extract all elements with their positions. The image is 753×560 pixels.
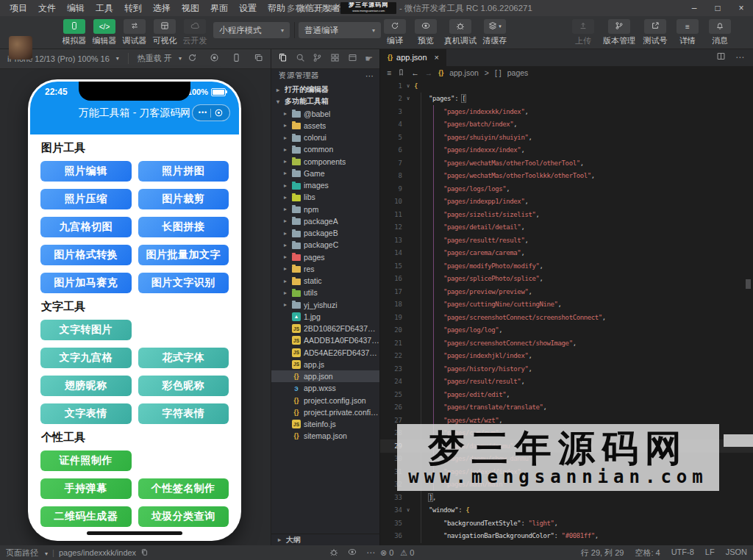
menu-item[interactable]: 界面: [208, 2, 230, 15]
tree-item[interactable]: ▸utils: [271, 287, 379, 298]
tree-item[interactable]: ▸npm: [271, 204, 379, 215]
menu-item[interactable]: 项目: [7, 2, 29, 15]
refresh-icon[interactable]: [188, 53, 197, 65]
breadcrumb-file[interactable]: app.json: [449, 68, 479, 77]
more-icon[interactable]: ⋯: [366, 548, 375, 558]
tool-button[interactable]: 花式字体: [138, 348, 229, 368]
tree-item[interactable]: ▸packageA: [271, 215, 379, 227]
close-icon[interactable]: ×: [435, 53, 439, 62]
tree-item[interactable]: JS2BD10862FD6437CF4D...: [271, 323, 379, 334]
preview-icon[interactable]: [348, 548, 357, 559]
tree-item[interactable]: ▸colorui: [271, 132, 379, 143]
tool-button[interactable]: 字符表情: [138, 403, 229, 424]
tree-item[interactable]: ▸res: [271, 263, 379, 275]
tool-button[interactable]: 图片加马赛克: [40, 273, 132, 293]
tool-button[interactable]: 二维码生成器: [40, 506, 132, 527]
git-branch-icon[interactable]: [313, 53, 322, 65]
tree-item[interactable]: {}app.json: [271, 370, 379, 382]
search-icon[interactable]: [296, 53, 305, 65]
files-icon[interactable]: [278, 53, 288, 65]
menu-item[interactable]: 设置: [237, 2, 259, 15]
debug-icon[interactable]: [329, 548, 338, 559]
list-icon[interactable]: ≡: [387, 68, 391, 77]
record-icon[interactable]: [210, 53, 219, 65]
hot-reload-toggle[interactable]: 热重载 开 ▾: [128, 53, 182, 64]
more-icon[interactable]: ⋯: [735, 52, 744, 62]
split-editor-icon[interactable]: [716, 51, 726, 63]
tree-item[interactable]: ▸packageC: [271, 239, 379, 251]
menu-item[interactable]: 工具: [93, 2, 115, 15]
compile-select[interactable]: 普通编译 ▾: [299, 22, 381, 38]
tool-button[interactable]: 图片文字识别: [138, 273, 229, 293]
device-debug-button[interactable]: 真机调试: [444, 19, 477, 46]
tool-button[interactable]: 长图拼接: [138, 217, 229, 237]
copy-icon[interactable]: [140, 548, 149, 558]
close-button[interactable]: ×: [729, 0, 753, 16]
tree-item[interactable]: эapp.wxss: [271, 382, 379, 394]
tool-button[interactable]: 照片拼图: [138, 161, 229, 182]
tool-button[interactable]: 彩色昵称: [138, 376, 229, 396]
messages-button[interactable]: 消息: [707, 19, 732, 46]
preview-button[interactable]: 预览: [413, 19, 438, 46]
tree-item[interactable]: ▸@babel: [271, 108, 379, 120]
tree-item[interactable]: ▸yj_yishuzi: [271, 299, 379, 311]
menu-item[interactable]: 转到: [122, 2, 144, 15]
more-icon[interactable]: ⋯: [365, 71, 374, 80]
problems-indicator[interactable]: ⊗0 ⚠0: [380, 548, 414, 558]
mode-select[interactable]: 小程序模式 ▾: [213, 22, 290, 38]
tool-button[interactable]: 个性签名制作: [138, 478, 229, 499]
menu-item[interactable]: 视图: [179, 2, 201, 15]
tool-button[interactable]: 图片批量加文字: [138, 245, 229, 265]
tree-item[interactable]: JSapp.js: [271, 359, 379, 370]
multi-window-icon[interactable]: [254, 53, 263, 65]
tool-button[interactable]: 文字转图片: [40, 320, 132, 340]
tree-item[interactable]: ▸images: [271, 179, 379, 191]
phone-icon[interactable]: [232, 53, 241, 65]
hand-icon[interactable]: ☛: [365, 54, 373, 64]
back-icon[interactable]: ←: [411, 68, 419, 77]
tree-item[interactable]: ▴1.jpg: [271, 311, 379, 323]
bookmark-icon[interactable]: [397, 68, 405, 78]
capsule-menu[interactable]: •••: [192, 104, 230, 121]
menu-item[interactable]: 选择: [151, 2, 173, 15]
minimize-button[interactable]: –: [682, 0, 706, 16]
tree-item[interactable]: JSAD54AE26FD6437CFC...: [271, 347, 379, 359]
tree-item[interactable]: ▾多功能工具箱: [271, 96, 379, 107]
tool-button[interactable]: 照片编辑: [40, 161, 132, 182]
tool-button[interactable]: 证件照制作: [40, 450, 132, 471]
menu-item[interactable]: 文件: [36, 2, 58, 15]
tree-item[interactable]: JSsiteinfo.js: [271, 418, 379, 430]
tab-appjson[interactable]: {} app.json ×: [380, 49, 446, 66]
clear-cache-button[interactable]: ▾清缓存: [482, 19, 507, 46]
simulator-button[interactable]: 模拟器: [62, 19, 87, 46]
test-account-button[interactable]: 测试号: [643, 19, 668, 46]
page-path-label[interactable]: 页面路径 ▾: [6, 548, 48, 559]
tool-button[interactable]: 手持弹幕: [40, 478, 132, 499]
menu-item[interactable]: 帮助: [265, 2, 288, 15]
tree-item[interactable]: ▸components: [271, 156, 379, 168]
tree-item[interactable]: JSAADDB1A0FD6437CFC...: [271, 334, 379, 346]
visualize-button[interactable]: 可视化: [152, 19, 177, 46]
tool-button[interactable]: 翅膀昵称: [40, 376, 132, 396]
scrollbar-thumb[interactable]: [746, 279, 751, 289]
window-preview-icon[interactable]: [348, 53, 357, 65]
tree-item[interactable]: {}sitemap.json: [271, 430, 379, 442]
details-button[interactable]: ≡详情: [675, 19, 700, 46]
breadcrumb-node[interactable]: pages: [507, 68, 529, 77]
tool-button[interactable]: 文字表情: [40, 403, 132, 424]
debugger-button[interactable]: 调试器: [122, 19, 147, 46]
tree-item[interactable]: {}project.config.json: [271, 395, 379, 406]
menu-item[interactable]: 编辑: [65, 2, 87, 15]
compile-button[interactable]: 编译: [382, 19, 407, 46]
tree-item[interactable]: {}project.private.config.js...: [271, 406, 379, 418]
maximize-button[interactable]: □: [706, 0, 729, 16]
version-manage-button[interactable]: 版本管理: [603, 19, 635, 46]
outline-section[interactable]: ▸ 大纲: [271, 534, 379, 545]
language-mode[interactable]: JSON: [726, 548, 747, 559]
capsule-target-icon[interactable]: [214, 108, 224, 118]
tree-item[interactable]: ▸assets: [271, 120, 379, 132]
tree-item[interactable]: ▸packageB: [271, 227, 379, 239]
indent-setting[interactable]: 空格: 4: [635, 548, 660, 559]
cursor-position[interactable]: 行 29, 列 29: [581, 548, 624, 559]
forward-icon[interactable]: →: [425, 68, 433, 77]
